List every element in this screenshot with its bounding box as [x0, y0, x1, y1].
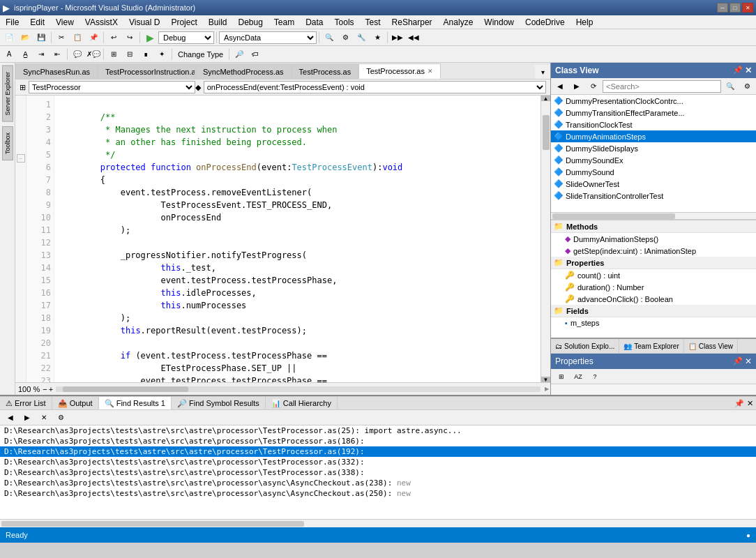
tb2-b10[interactable]: ✦ — [154, 47, 169, 61]
cv-hscroll[interactable] — [551, 213, 756, 220]
cv-close-icon[interactable]: ✕ — [745, 66, 752, 75]
tb-b6[interactable]: ◀◀ — [406, 31, 421, 45]
solution-explorer-tab[interactable]: 🗂 Solution Explo... — [551, 339, 619, 353]
menu-project[interactable]: Project — [165, 15, 202, 29]
cv-item-1[interactable]: 🔷 DummyPresentationClockContrc... — [551, 95, 756, 107]
fr-item-5[interactable]: D:\Research\as3projects\tests\astre\src\… — [0, 467, 756, 478]
collapse-btn-1[interactable]: − — [17, 154, 25, 163]
tb-copy[interactable]: 📋 — [70, 31, 85, 45]
menu-visuald[interactable]: Visual D — [123, 15, 165, 29]
hscroll-right-arrow[interactable]: ▶ — [543, 386, 550, 392]
find-results-tab[interactable]: 🔍 Find Results 1 — [99, 397, 172, 409]
tab-testprocessor[interactable]: TestProcessor.as ✕ — [358, 63, 441, 79]
fr-item-1[interactable]: D:\Research\as3projects\tests\astre\src\… — [0, 425, 756, 436]
menu-data[interactable]: Data — [300, 15, 328, 29]
cv-settings-btn[interactable]: ⚙ — [739, 80, 755, 93]
find-results-hscroll[interactable] — [0, 519, 756, 527]
class-view-tab[interactable]: 📋 Class View — [684, 339, 738, 353]
code-area[interactable]: /** * Manages the next instruction to pr… — [54, 96, 540, 382]
cv-item-2[interactable]: 🔷 DummyTransitionEffectParamete... — [551, 107, 756, 119]
menu-vassistx[interactable]: VAssistX — [80, 15, 123, 29]
vscroll-thumb[interactable] — [543, 115, 550, 150]
tb-redo[interactable]: ↪ — [122, 31, 137, 45]
cv-item-9[interactable]: 🔷 SlideTransitionControllerTest — [551, 190, 756, 202]
zoom-minus[interactable]: − — [43, 385, 47, 393]
method-item-2[interactable]: ◆ getStep(index:uint) : IAnimationStep — [551, 245, 756, 257]
maximize-button[interactable]: □ — [729, 3, 741, 13]
props-cat-btn[interactable]: ⊞ — [554, 370, 569, 384]
fields-section-header[interactable]: 📁 Fields — [551, 305, 756, 317]
menu-view[interactable]: View — [50, 15, 80, 29]
tb-b1[interactable]: 🔍 — [322, 31, 337, 45]
properties-section-header[interactable]: 📁 Properties — [551, 257, 756, 269]
hscroll-track[interactable] — [56, 386, 540, 392]
fr-prev-btn[interactable]: ◀ — [3, 411, 18, 425]
find-symbol-tab[interactable]: 🔎 Find Symbol Results — [172, 397, 266, 409]
tab-syncmethodprocess[interactable]: SyncMethodProcess.as — [195, 63, 292, 79]
tab-close-icon[interactable]: ✕ — [428, 68, 433, 75]
props-help-btn[interactable]: ? — [587, 370, 603, 384]
fr-hscroll-thumb[interactable] — [1, 521, 304, 527]
cv-item-4[interactable]: 🔷 DummyAnimationSteps — [551, 130, 756, 142]
minimize-button[interactable]: ─ — [717, 3, 728, 13]
props-close-icon[interactable]: ✕ — [745, 356, 752, 366]
prop-item-2[interactable]: 🔑 duration() : Number — [551, 281, 756, 293]
menu-edit[interactable]: Edit — [24, 15, 50, 29]
tab-syncphasesrun[interactable]: SyncPhasesRun.as — [15, 63, 98, 79]
tb-b5[interactable]: ▶▶ — [390, 31, 405, 45]
tb-open[interactable]: 📂 — [17, 31, 33, 45]
menu-analyze[interactable]: Analyze — [438, 15, 479, 29]
cv-item-5[interactable]: 🔷 DummySlideDisplays — [551, 142, 756, 154]
toolbox-tab[interactable]: Toolbox — [2, 126, 13, 160]
tab-testprocess[interactable]: TestProcess.as — [292, 63, 359, 79]
tb-cut[interactable]: ✂ — [54, 31, 69, 45]
fr-item-6[interactable]: D:\Research\as3projects\tests\astre\src\… — [0, 478, 756, 488]
close-button[interactable]: ✕ — [742, 3, 753, 13]
cv-item-6[interactable]: 🔷 DummySoundEx — [551, 154, 756, 166]
tb2-b5[interactable]: 💬 — [70, 47, 85, 61]
cv-sync-btn[interactable]: ⟳ — [586, 80, 601, 93]
tb2-b9[interactable]: ∎ — [138, 47, 153, 61]
cv-item-3[interactable]: 🔷 TransitionClockTest — [551, 119, 756, 130]
tb-undo[interactable]: ↩ — [106, 31, 121, 45]
field-item-1[interactable]: ▪ m_steps — [551, 317, 756, 329]
fr-item-2[interactable]: D:\Research\as3projects\tests\astre\src\… — [0, 436, 756, 446]
tb-b3[interactable]: 🔧 — [354, 31, 369, 45]
fr-item-4[interactable]: D:\Research\as3projects\tests\astre\src\… — [0, 457, 756, 467]
cv-search-btn[interactable]: 🔍 — [723, 80, 738, 93]
debug-combo[interactable]: Debug — [158, 31, 214, 44]
class-selector[interactable]: TestProcessor — [29, 81, 195, 93]
prop-item-3[interactable]: 🔑 advanceOnClick() : Boolean — [551, 293, 756, 305]
menu-help[interactable]: Help — [570, 15, 599, 29]
bottom-close-icon[interactable]: ✕ — [747, 399, 753, 408]
tab-testprocessorinstr[interactable]: TestProcessorInstruction.as — [98, 63, 195, 79]
menu-team[interactable]: Team — [269, 15, 300, 29]
tb2-b7[interactable]: ⊞ — [106, 47, 121, 61]
tab-overflow-btn[interactable]: ▾ — [535, 65, 550, 79]
method-selector[interactable]: onProcessEnd(event:TestProcessEvent) : v… — [204, 81, 546, 93]
solution-combo[interactable]: AsyncData — [219, 31, 317, 44]
menu-codedrive[interactable]: CodeDrive — [520, 15, 570, 29]
menu-resharper[interactable]: ReSharper — [386, 15, 438, 29]
tb2-b1[interactable]: A — [1, 47, 17, 61]
tb-new[interactable]: 📄 — [1, 31, 17, 45]
menu-test[interactable]: Test — [360, 15, 386, 29]
fr-settings-btn[interactable]: ⚙ — [53, 411, 68, 425]
prop-item-1[interactable]: 🔑 count() : uint — [551, 269, 756, 281]
props-pin-icon[interactable]: 📌 — [733, 356, 743, 366]
team-explorer-tab[interactable]: 👥 Team Explorer — [619, 339, 683, 353]
change-type-btn[interactable]: Change Type — [174, 47, 227, 61]
server-explorer-tab[interactable]: Server Explorer — [2, 66, 13, 122]
menu-build[interactable]: Build — [203, 15, 233, 29]
menu-tools[interactable]: Tools — [329, 15, 360, 29]
tb2-b2[interactable]: A̲ — [17, 47, 33, 61]
hscroll-thumb[interactable] — [63, 386, 188, 392]
tb-b2[interactable]: ⚙ — [338, 31, 353, 45]
tb2-b12[interactable]: 🏷 — [248, 47, 263, 61]
editor-vscroll[interactable]: ▲ ▼ — [540, 96, 550, 382]
fr-item-7[interactable]: D:\Research\as3projects\tests\astre\src\… — [0, 488, 756, 499]
cv-hscroll-thumb[interactable] — [552, 213, 675, 219]
tb-run[interactable]: ▶ — [142, 31, 158, 45]
fr-clear-btn[interactable]: ✕ — [36, 411, 52, 425]
call-hierarchy-tab[interactable]: 📊 Call Hierarchy — [266, 397, 338, 409]
